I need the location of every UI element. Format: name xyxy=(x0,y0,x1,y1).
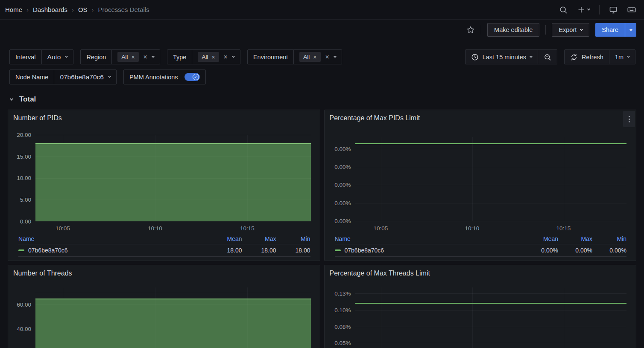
filter-row-2: Node Name 07b6be8a70c6 PMM Annotations ✓ xyxy=(9,70,635,84)
panel-percentage-max-pids: Percentage of Max PIDs Limit 0.00% 0.00%… xyxy=(324,110,637,261)
add-new-button[interactable] xyxy=(577,6,590,14)
time-range-button[interactable]: Last 15 minutes xyxy=(465,50,538,64)
legend-series-name[interactable]: 07b6be8a70c6 xyxy=(28,247,68,254)
refresh-interval-select[interactable]: 1m xyxy=(609,50,635,64)
keyboard-shortcuts-button[interactable] xyxy=(627,5,636,14)
plot-area[interactable] xyxy=(355,137,626,221)
share-menu-button[interactable] xyxy=(625,23,636,37)
legend-header-name[interactable]: Name xyxy=(18,235,208,242)
gridline xyxy=(472,287,473,348)
x-tick-label: 10:05 xyxy=(367,225,395,232)
node-name-select[interactable]: 07b6be8a70c6 xyxy=(54,70,116,84)
chevron-down-icon xyxy=(530,55,533,58)
kiosk-mode-button[interactable] xyxy=(609,6,618,14)
panel-title[interactable]: Percentage of Max PIDs Limit xyxy=(330,114,420,122)
region-select[interactable]: All × × xyxy=(112,50,160,64)
y-tick-label: 0.00% xyxy=(325,146,351,152)
gridline xyxy=(564,137,564,221)
pmm-annotations-control: PMM Annotations ✓ xyxy=(123,70,206,84)
time-range-label: Last 15 minutes xyxy=(483,54,526,61)
top-nav-icons xyxy=(559,5,636,14)
search-icon xyxy=(559,6,568,14)
refresh-picker: Refresh 1m xyxy=(564,49,635,64)
type-select[interactable]: All × × xyxy=(192,50,240,64)
filter-row-1: Interval Auto Region All × × Type All xyxy=(9,49,635,64)
x-tick-label: 10:10 xyxy=(459,225,486,232)
toolbar-divider xyxy=(481,25,481,35)
chevron-down-icon xyxy=(580,28,583,31)
panel-menu-button[interactable] xyxy=(623,111,635,127)
toolbar-divider xyxy=(599,5,600,14)
y-tick-label: 40.00 xyxy=(8,326,31,332)
region-label: Region xyxy=(81,50,112,64)
clear-selection-icon[interactable]: × xyxy=(325,54,329,61)
y-tick-label: 0.00% xyxy=(325,218,351,224)
y-tick-label: 0.08% xyxy=(325,324,351,330)
environment-select[interactable]: All × × xyxy=(294,50,342,64)
legend-max-value: 18.00 xyxy=(242,247,276,254)
type-label: Type xyxy=(167,50,192,64)
x-tick-label: 10:15 xyxy=(234,225,261,232)
environment-chip-all[interactable]: All × xyxy=(299,52,320,62)
chevron-down-icon xyxy=(65,55,68,58)
breadcrumb-os[interactable]: OS xyxy=(78,6,88,13)
breadcrumb-home[interactable]: Home xyxy=(5,6,22,13)
make-editable-button[interactable]: Make editable xyxy=(487,23,539,37)
legend-header-max[interactable]: Max xyxy=(558,235,592,242)
favorite-button[interactable] xyxy=(466,26,475,34)
zoom-out-time-button[interactable] xyxy=(538,50,557,64)
clock-icon xyxy=(471,53,479,61)
gridline xyxy=(355,310,626,310)
x-tick-label: 10:05 xyxy=(49,225,76,232)
panel-title[interactable]: Percentage of Max Threads Limit xyxy=(330,270,430,277)
legend-header-max[interactable]: Max xyxy=(242,235,276,242)
legend-series-name[interactable]: 07b6be8a70c6 xyxy=(345,247,384,254)
y-tick-label: 0.00% xyxy=(325,164,351,170)
breadcrumb-dashboards[interactable]: Dashboards xyxy=(33,6,67,13)
type-chip-all[interactable]: All × xyxy=(198,52,219,62)
gridline xyxy=(355,185,626,185)
series-area xyxy=(35,299,311,348)
legend-header-min[interactable]: Min xyxy=(592,235,626,242)
share-button[interactable]: Share xyxy=(595,23,625,37)
dashboard-toolbar: Make editable Export Share xyxy=(0,20,644,40)
gridline xyxy=(35,135,311,135)
legend-header-name[interactable]: Name xyxy=(335,235,524,242)
row-total-header[interactable]: Total xyxy=(10,95,644,104)
keyboard-icon xyxy=(627,5,636,14)
interval-select[interactable]: Auto xyxy=(42,50,73,64)
time-picker: Last 15 minutes xyxy=(465,49,557,64)
plot-area[interactable] xyxy=(355,287,626,348)
plot-area[interactable] xyxy=(35,287,311,348)
panel-title[interactable]: Number of PIDs xyxy=(13,114,62,122)
region-chip-all[interactable]: All × xyxy=(117,52,138,62)
search-button[interactable] xyxy=(559,6,568,14)
pmm-annotations-toggle[interactable]: ✓ xyxy=(184,73,200,81)
dashboard-grid: Number of PIDs 20.00 15.00 10.00 5.00 0.… xyxy=(8,110,636,348)
dashboard-controls: Interval Auto Region All × × Type All xyxy=(0,40,644,84)
gridline xyxy=(472,137,473,221)
panel-title[interactable]: Number of Threads xyxy=(13,270,72,277)
refresh-button[interactable]: Refresh xyxy=(565,50,609,64)
remove-chip-icon[interactable]: × xyxy=(211,54,215,60)
remove-chip-icon[interactable]: × xyxy=(313,54,316,60)
legend-header-mean[interactable]: Mean xyxy=(208,235,242,242)
gridline xyxy=(355,203,626,203)
y-tick-label: 60.00 xyxy=(8,302,31,308)
export-button[interactable]: Export xyxy=(552,23,589,37)
clear-selection-icon[interactable]: × xyxy=(143,54,147,61)
share-split-button: Share xyxy=(595,23,636,37)
chevron-down-icon xyxy=(587,8,590,11)
legend-header-mean[interactable]: Mean xyxy=(524,235,558,242)
clear-selection-icon[interactable]: × xyxy=(224,54,228,61)
pmm-annotations-toggle-wrap: ✓ xyxy=(184,70,205,84)
remove-chip-icon[interactable]: × xyxy=(131,54,135,60)
gridline xyxy=(564,287,564,348)
refresh-interval-value: 1m xyxy=(615,54,624,61)
environment-chip-value: All xyxy=(303,54,310,60)
environment-label: Environment xyxy=(248,50,294,64)
legend-header-min[interactable]: Min xyxy=(276,235,310,242)
breadcrumb-separator-icon: › xyxy=(26,6,29,13)
plot-area[interactable] xyxy=(35,135,311,221)
star-icon xyxy=(466,26,475,34)
